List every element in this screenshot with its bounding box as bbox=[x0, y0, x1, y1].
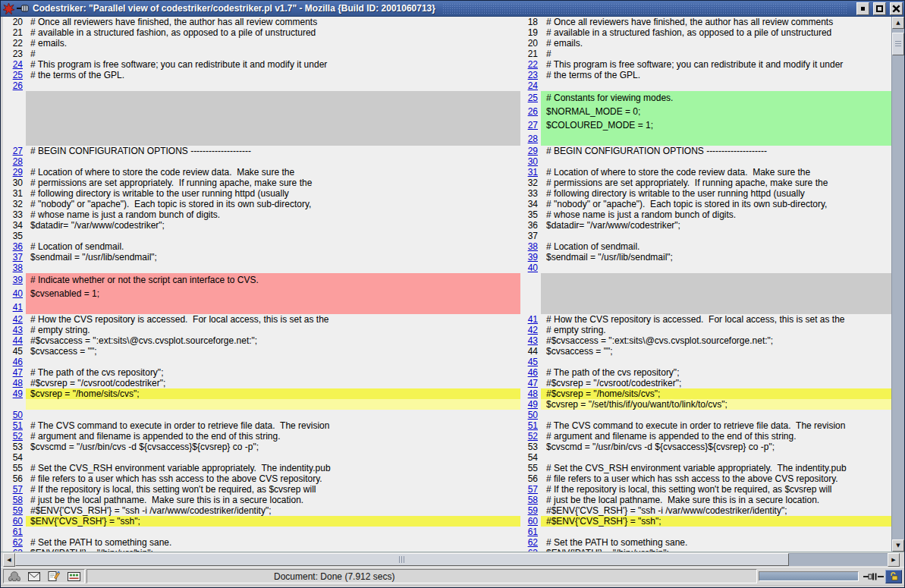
right-line-number[interactable]: 43 bbox=[520, 335, 541, 346]
right-line-number[interactable]: 50 bbox=[520, 410, 541, 420]
left-line-number[interactable]: 58 bbox=[3, 495, 26, 505]
mail-icon[interactable] bbox=[27, 571, 41, 582]
diff-row: 60 $ENV{'CVS_RSH'} = "ssh"; 60 #$ENV{'CV… bbox=[3, 516, 891, 527]
left-line-number[interactable]: 62 bbox=[3, 537, 26, 548]
right-line-number[interactable]: 38 bbox=[520, 241, 541, 252]
composer-icon[interactable] bbox=[47, 571, 61, 582]
vertical-scroll-thumb[interactable] bbox=[892, 33, 904, 55]
left-line-number[interactable]: 57 bbox=[3, 484, 26, 495]
left-line-number[interactable]: 40 bbox=[3, 287, 26, 300]
left-line-number[interactable]: 59 bbox=[3, 505, 26, 516]
left-line-number[interactable]: 24 bbox=[3, 59, 26, 70]
right-line-number[interactable]: 31 bbox=[520, 167, 541, 178]
left-code-text bbox=[26, 263, 520, 273]
right-line-number[interactable]: 28 bbox=[520, 132, 541, 146]
right-line-number[interactable]: 24 bbox=[520, 80, 541, 91]
left-line-number[interactable]: 38 bbox=[3, 263, 26, 273]
scroll-right-button[interactable]: ▶ bbox=[888, 553, 900, 567]
left-line-number[interactable]: 42 bbox=[3, 314, 26, 325]
right-line-number[interactable]: 26 bbox=[520, 105, 541, 118]
left-code-text: $cvsaccess = ""; bbox=[26, 346, 520, 357]
left-line-number: 30 bbox=[3, 178, 26, 188]
close-button[interactable] bbox=[890, 2, 903, 15]
right-line-number: 20 bbox=[520, 38, 541, 49]
right-line-number[interactable]: 58 bbox=[520, 495, 541, 505]
right-line-number[interactable]: 45 bbox=[520, 357, 541, 367]
right-line-number[interactable]: 57 bbox=[520, 484, 541, 495]
left-code-text: #$cvsaccess = ":ext:sits\@cvs.cvsplot.so… bbox=[26, 335, 520, 346]
left-code-text: # BEGIN CONFIGURATION OPTIONS ----------… bbox=[26, 146, 520, 156]
left-code-text: # Once all reviewers have finished, the … bbox=[26, 17, 520, 27]
horizontal-scrollbar[interactable]: ◀ ▶ bbox=[1, 552, 904, 567]
left-line-number[interactable]: 29 bbox=[3, 167, 26, 178]
close-icon bbox=[891, 4, 901, 14]
scroll-left-button[interactable]: ◀ bbox=[3, 553, 15, 567]
right-line-number[interactable]: 61 bbox=[520, 527, 541, 537]
right-line-number[interactable]: 25 bbox=[520, 91, 541, 105]
right-line-number[interactable]: 39 bbox=[520, 252, 541, 263]
left-line-number[interactable]: 51 bbox=[3, 420, 26, 431]
right-code-text: # This program is free software; you can… bbox=[541, 59, 891, 70]
left-line-number[interactable]: 25 bbox=[3, 70, 26, 80]
left-line-number[interactable]: 43 bbox=[3, 325, 26, 335]
right-line-number[interactable]: 42 bbox=[520, 325, 541, 335]
right-line-number[interactable]: 30 bbox=[520, 156, 541, 167]
navigator-icon[interactable] bbox=[8, 571, 21, 582]
left-code-text bbox=[26, 105, 520, 118]
left-line-number[interactable]: 36 bbox=[3, 241, 26, 252]
diff-row: 33 # whose name is just a random bunch o… bbox=[3, 209, 891, 220]
left-line-number[interactable]: 41 bbox=[3, 300, 26, 314]
vertical-scroll-track[interactable] bbox=[892, 55, 904, 539]
vertical-scrollbar[interactable]: ▲ ▼ bbox=[891, 17, 904, 552]
left-line-number[interactable]: 46 bbox=[3, 357, 26, 367]
right-line-number[interactable]: 51 bbox=[520, 420, 541, 431]
right-line-number[interactable]: 52 bbox=[520, 431, 541, 442]
right-line-number[interactable]: 46 bbox=[520, 367, 541, 378]
right-code-text: # How the CVS repository is accessed. Fo… bbox=[541, 314, 891, 325]
left-line-number[interactable]: 50 bbox=[3, 410, 26, 420]
right-code-text: $cvsrep = "/set/this/if/you/want/to/link… bbox=[541, 399, 891, 410]
minimize-button[interactable] bbox=[856, 2, 869, 15]
left-line-number[interactable]: 52 bbox=[3, 431, 26, 442]
title-bar[interactable]: Codestriker: "Parallel view of codestrik… bbox=[1, 1, 904, 17]
scroll-up-button[interactable]: ▲ bbox=[892, 17, 904, 29]
window-pin-icon[interactable] bbox=[17, 3, 29, 14]
right-line-number[interactable]: 23 bbox=[520, 70, 541, 80]
left-line-number[interactable]: 44 bbox=[3, 335, 26, 346]
right-line-number[interactable]: 48 bbox=[520, 388, 541, 399]
right-line-number[interactable]: 22 bbox=[520, 59, 541, 70]
security-lock-icon[interactable] bbox=[885, 570, 902, 583]
left-line-number[interactable]: 26 bbox=[3, 80, 26, 91]
left-line-number[interactable]: 49 bbox=[3, 388, 26, 399]
left-line-number[interactable]: 37 bbox=[3, 252, 26, 263]
left-line-number: 20 bbox=[3, 17, 26, 27]
scrollbar-corner bbox=[900, 553, 904, 566]
left-line-number[interactable]: 28 bbox=[3, 156, 26, 167]
left-line-number[interactable]: 61 bbox=[3, 527, 26, 537]
right-line-number[interactable]: 59 bbox=[520, 505, 541, 516]
right-line-number[interactable]: 27 bbox=[520, 118, 541, 132]
horizontal-scroll-track[interactable] bbox=[789, 553, 888, 566]
right-line-number[interactable]: 62 bbox=[520, 537, 541, 548]
left-line-number[interactable]: 39 bbox=[3, 273, 26, 287]
right-code-text bbox=[541, 527, 891, 537]
left-line-number[interactable]: 60 bbox=[3, 516, 26, 527]
online-plug-icon[interactable] bbox=[863, 571, 884, 582]
right-line-number[interactable]: 29 bbox=[520, 146, 541, 156]
left-line-number[interactable]: 27 bbox=[3, 146, 26, 156]
right-line-number[interactable]: 40 bbox=[520, 263, 541, 273]
diff-row: 26 $NORMAL_MODE = 0; bbox=[3, 105, 891, 118]
diff-row: 47 # The path of the cvs repository"; 46… bbox=[3, 367, 891, 378]
horizontal-scroll-thumb[interactable] bbox=[15, 553, 789, 566]
right-line-number[interactable]: 60 bbox=[520, 516, 541, 527]
left-line-number[interactable]: 48 bbox=[3, 378, 26, 388]
maximize-button[interactable] bbox=[873, 2, 886, 15]
left-code-text: $cvsrep = "/home/sits/cvs"; bbox=[26, 388, 520, 399]
right-line-number[interactable]: 47 bbox=[520, 378, 541, 388]
left-line-number[interactable]: 47 bbox=[3, 367, 26, 378]
scroll-down-button[interactable]: ▼ bbox=[892, 539, 904, 552]
addressbook-icon[interactable] bbox=[67, 571, 80, 582]
right-line-number[interactable]: 49 bbox=[520, 399, 541, 410]
diff-row: 62 # Set the PATH to something sane. 62 … bbox=[3, 537, 891, 548]
right-line-number[interactable]: 41 bbox=[520, 314, 541, 325]
